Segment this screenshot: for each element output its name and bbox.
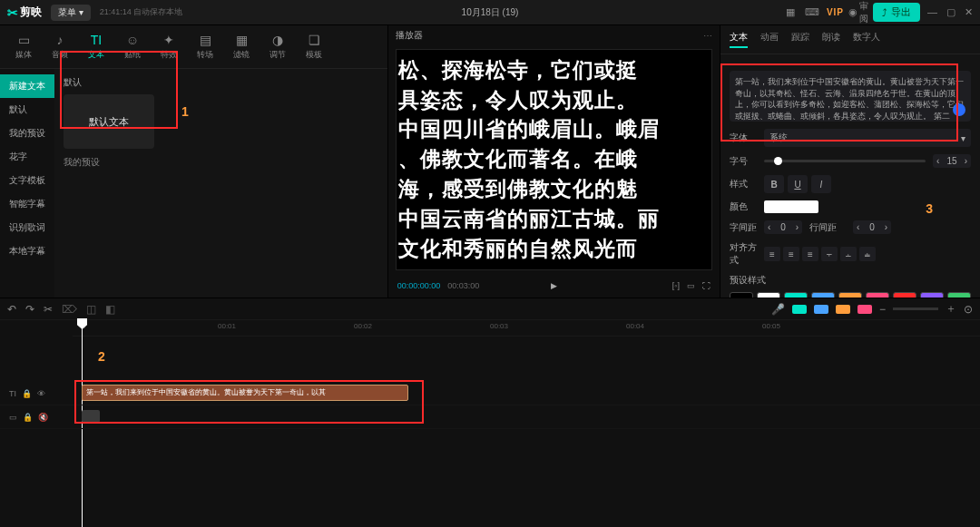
marker-blue[interactable]: [814, 305, 828, 314]
timeline-toolbar: ↶ ↷ ✂ ⌦ ◫ ◧ 🎤 − ＋ ⊙: [0, 298, 980, 320]
minimize-icon[interactable]: —: [927, 6, 937, 18]
color-label: 颜色: [730, 200, 757, 213]
close-icon[interactable]: ✕: [965, 6, 973, 18]
media-track[interactable]: ▭ 🔒 🔇: [0, 405, 980, 429]
zoom-slider[interactable]: [893, 307, 938, 310]
tool-a[interactable]: ◫: [86, 303, 96, 316]
align-left-button[interactable]: ≡: [764, 247, 780, 261]
topbar: ✂剪映 菜单 ▾ 21:41:14 自动保存本地 10月18日 (19) ▦ ⌨…: [0, 0, 980, 25]
tool-tab-特效[interactable]: ✦特效: [151, 29, 187, 64]
marker-pink[interactable]: [858, 305, 872, 314]
eye-icon[interactable]: 👁: [37, 389, 45, 398]
layout-icon[interactable]: ▦: [783, 5, 798, 20]
annotation-3: 3: [926, 201, 933, 216]
font-select[interactable]: 系统▾: [764, 129, 971, 147]
color-picker[interactable]: [764, 200, 818, 213]
time-duration: 00:03:00: [447, 281, 479, 290]
preview-menu-icon[interactable]: ⋯: [703, 31, 712, 41]
style-label: 样式: [730, 178, 757, 190]
preview-text-line: 中国云南省的丽江古城。丽: [398, 208, 710, 230]
redo-button[interactable]: ↷: [25, 303, 34, 316]
text-content-input[interactable]: 第一站，我们来到位于中国安徽省的黄山。黄山被誉为天下第一奇山，以其奇松、怪石、云…: [730, 71, 971, 122]
size-slider[interactable]: [764, 160, 926, 162]
tool-tab-音频[interactable]: ♪音频: [42, 29, 78, 64]
italic-button[interactable]: I: [811, 175, 831, 193]
project-title: 10月18日 (19): [462, 6, 519, 19]
zoom-in-button[interactable]: ＋: [946, 301, 956, 317]
maximize-icon[interactable]: ▢: [946, 6, 956, 18]
bold-button[interactable]: B: [764, 175, 784, 193]
sidebar-item-文字模板[interactable]: 文字模板: [0, 169, 54, 192]
scale-icon[interactable]: [◦]: [672, 281, 680, 290]
marker-teal[interactable]: [792, 305, 807, 314]
ratio-icon[interactable]: ▭: [687, 281, 695, 290]
zoom-fit-button[interactable]: ⊙: [964, 303, 973, 316]
prop-tab-文本[interactable]: 文本: [730, 31, 748, 48]
timeline-ruler[interactable]: 000:0100:0200:0300:0400:05: [73, 320, 980, 337]
delete-button[interactable]: ⌦: [62, 303, 77, 316]
lock-icon[interactable]: 🔒: [22, 389, 32, 398]
default-text-card[interactable]: 默认文本: [64, 94, 154, 149]
prop-tab-数字人[interactable]: 数字人: [853, 31, 880, 48]
ruler-tick: 00:02: [354, 322, 372, 330]
text-category-list: 新建文本默认我的预设花字文字模板智能字幕识别歌词本地字幕: [0, 69, 54, 298]
undo-button[interactable]: ↶: [7, 303, 16, 316]
tool-tab-滤镜[interactable]: ▦滤镜: [223, 29, 260, 64]
preview-panel: 播放器 ⋯ 松、探海松寺，它们或挺具姿态，令人叹为观止。中国四川省的峨眉山。峨眉…: [387, 25, 720, 298]
sidebar-item-我的预设[interactable]: 我的预设: [0, 122, 54, 145]
tool-tab-转场[interactable]: ▤转场: [187, 29, 223, 64]
line-spacing-input[interactable]: ‹0›: [853, 220, 891, 234]
lock-icon[interactable]: 🔒: [23, 413, 33, 422]
text-presets-area: 默认 默认文本 我的预设: [54, 69, 387, 298]
tool-tab-模板[interactable]: ❏模板: [296, 29, 332, 64]
shortcut-icon[interactable]: ⌨: [805, 5, 819, 20]
prop-tab-跟踪[interactable]: 跟踪: [791, 31, 809, 48]
preview-text-line: 具姿态，令人叹为观止。: [398, 89, 710, 112]
size-input[interactable]: ‹15›: [933, 154, 971, 168]
marker-orange[interactable]: [836, 305, 850, 314]
underline-button[interactable]: U: [788, 175, 808, 193]
zoom-out-button[interactable]: −: [879, 303, 886, 316]
export-button[interactable]: ⤴ 导出: [873, 3, 920, 22]
split-button[interactable]: ✂: [44, 303, 53, 316]
letter-spacing-input[interactable]: ‹0›: [764, 220, 802, 234]
ruler-tick: 00:03: [490, 322, 508, 330]
align-bottom-button[interactable]: ⫨: [859, 247, 876, 261]
align-right-button[interactable]: ≡: [802, 247, 818, 261]
ai-badge-icon[interactable]: [953, 103, 965, 116]
autosave-status: 21:41:14 自动保存本地: [100, 6, 183, 18]
sidebar-item-新建文本[interactable]: 新建文本: [0, 74, 54, 98]
sidebar-item-默认[interactable]: 默认: [0, 98, 54, 122]
preview-text-line: 海，感受到佛教文化的魅: [398, 178, 710, 200]
text-track[interactable]: TI 🔒 👁 第一站，我们来到位于中国安徽省的黄山。黄山被誉为天下第一奇山，以其: [0, 382, 980, 405]
app-logo: ✂剪映: [7, 5, 42, 20]
sidebar-item-识别歌词[interactable]: 识别歌词: [0, 216, 54, 239]
sidebar-item-花字[interactable]: 花字: [0, 145, 54, 169]
preset-style-label: 预设样式: [730, 274, 775, 287]
sidebar-item-智能字幕[interactable]: 智能字幕: [0, 192, 54, 216]
tool-tab-调节[interactable]: ◑调节: [260, 29, 296, 64]
font-label: 字体: [730, 132, 757, 144]
asset-panel: ▭媒体♪音频TI文本☺贴纸✦特效▤转场▦滤镜◑调节❏模板 新建文本默认我的预设花…: [0, 25, 387, 298]
sidebar-item-本地字幕[interactable]: 本地字幕: [0, 239, 54, 263]
prop-tab-动画[interactable]: 动画: [760, 31, 779, 48]
mute-icon[interactable]: 🔇: [38, 413, 48, 422]
align-middle-button[interactable]: ⫠: [840, 247, 857, 261]
align-center-button[interactable]: ≡: [783, 247, 799, 261]
preview-canvas[interactable]: 松、探海松寺，它们或挺具姿态，令人叹为观止。中国四川省的峨眉山。峨眉、佛教文化而…: [396, 49, 712, 270]
logo-icon: ✂: [7, 5, 18, 20]
vip-badge[interactable]: VIP: [827, 7, 844, 17]
fullscreen-icon[interactable]: ⛶: [702, 281, 710, 290]
play-button[interactable]: ▶: [551, 281, 557, 290]
mic-icon[interactable]: 🎤: [771, 303, 785, 316]
tool-tab-文本[interactable]: TI文本: [78, 29, 114, 64]
tool-b[interactable]: ◧: [105, 303, 115, 316]
text-clip[interactable]: 第一站，我们来到位于中国安徽省的黄山。黄山被誉为天下第一奇山，以其: [82, 385, 408, 401]
align-top-button[interactable]: ⫟: [821, 247, 838, 261]
menu-button[interactable]: 菜单 ▾: [51, 5, 91, 21]
tool-tab-贴纸[interactable]: ☺贴纸: [114, 29, 151, 64]
prop-tab-朗读[interactable]: 朗读: [822, 31, 840, 48]
review-button[interactable]: ◉ 审阅: [851, 5, 866, 20]
media-clip[interactable]: [82, 410, 100, 423]
tool-tab-媒体[interactable]: ▭媒体: [5, 29, 42, 64]
